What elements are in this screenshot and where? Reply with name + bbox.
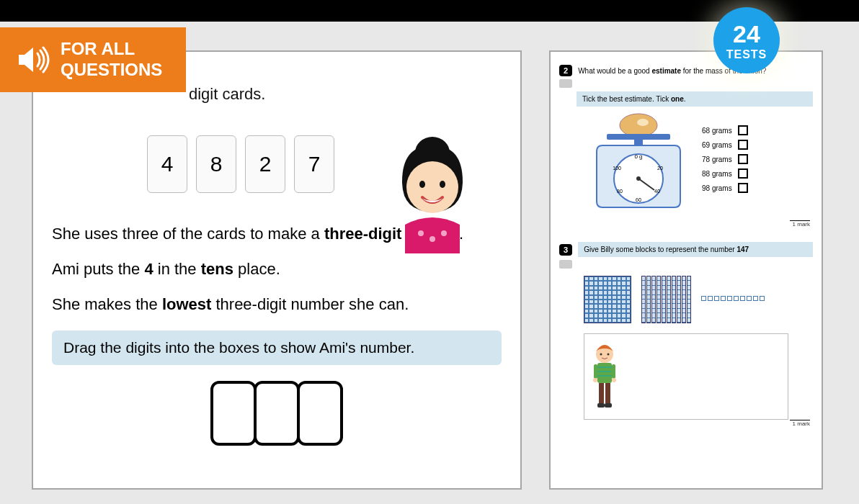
kitchen-scale-icon: 0 g 100 20 80 40 60 [588, 112, 689, 220]
tests-badge: 24 TESTS [713, 7, 780, 73]
svg-rect-31 [599, 383, 604, 403]
qline-2: Ami puts the 4 in the tens place. [52, 257, 502, 281]
q2-body: 0 g 100 20 80 40 60 68 grams 69 grams 78… [588, 112, 813, 220]
svg-text:20: 20 [657, 166, 663, 171]
opt-88-checkbox[interactable] [738, 168, 748, 179]
badge-label: TESTS [726, 48, 767, 61]
speaker-icon [14, 42, 50, 78]
opt-78: 78 grams [702, 154, 748, 164]
svg-rect-34 [605, 403, 612, 408]
qline-3: She makes the lowest three-digit number … [52, 292, 502, 316]
q3-audio-icon[interactable] [559, 260, 572, 269]
q2-number: 2 [559, 65, 572, 76]
hundred-block[interactable] [584, 276, 631, 323]
q2-mark: 1 mark [790, 220, 810, 228]
svg-point-1 [406, 161, 458, 213]
q2-audio-icon[interactable] [559, 79, 572, 88]
question-panel-thumbnails: 2 What would be a good estimate for the … [549, 50, 823, 490]
svg-rect-32 [605, 383, 610, 403]
q2-instruction-bar: Tick the best estimate. Tick one. [577, 91, 813, 107]
svg-point-22 [607, 354, 610, 356]
svg-text:0 g: 0 g [634, 153, 642, 160]
opt-69: 69 grams [702, 140, 748, 150]
ones-block-group[interactable] [701, 296, 765, 301]
drop-box-group [210, 381, 343, 446]
boy-avatar [590, 341, 619, 413]
mini-question-3: 3 Give Billy some blocks to represent th… [559, 242, 813, 427]
intro-text: digit cards. [189, 85, 502, 104]
svg-point-29 [593, 378, 597, 382]
digit-card-8[interactable]: 8 [196, 135, 236, 193]
svg-text:80: 80 [617, 189, 623, 194]
svg-text:60: 60 [636, 197, 641, 202]
opt-68: 68 grams [702, 125, 748, 135]
mini-q3-header: 3 Give Billy some blocks to represent th… [559, 242, 813, 257]
opt-78-checkbox[interactable] [738, 154, 748, 164]
q3-number: 3 [559, 244, 572, 256]
drop-box-tens[interactable] [254, 381, 300, 446]
svg-rect-33 [597, 403, 605, 408]
svg-point-6 [441, 230, 447, 236]
badge-number: 24 [733, 20, 760, 48]
opt-68-checkbox[interactable] [738, 125, 748, 135]
svg-point-2 [419, 181, 425, 188]
opt-88: 88 grams [702, 168, 748, 179]
digit-card-7[interactable]: 7 [294, 135, 334, 193]
svg-rect-9 [607, 134, 670, 140]
svg-rect-27 [594, 364, 597, 379]
audio-for-all-tab[interactable]: FOR ALL QUESTIONS [0, 27, 186, 92]
svg-point-4 [418, 230, 424, 236]
svg-point-21 [600, 354, 602, 356]
svg-text:100: 100 [613, 166, 621, 171]
audio-tab-line1: FOR ALL [61, 39, 162, 60]
girl-avatar [389, 131, 476, 253]
svg-rect-23 [597, 363, 612, 383]
svg-text:40: 40 [654, 189, 660, 194]
svg-rect-28 [612, 364, 615, 379]
mini-q2-header: 2 What would be a good estimate for the … [559, 65, 813, 76]
opt-69-checkbox[interactable] [738, 140, 748, 150]
digit-card-2[interactable]: 2 [245, 135, 285, 193]
q3-mark: 1 mark [790, 420, 810, 427]
svg-point-7 [620, 114, 657, 137]
audio-tab-line2: QUESTIONS [61, 60, 162, 81]
svg-point-8 [637, 119, 649, 126]
drop-box-hundreds[interactable] [210, 381, 257, 446]
svg-rect-10 [634, 140, 643, 145]
svg-point-5 [430, 236, 435, 242]
digit-card-4[interactable]: 4 [147, 135, 187, 193]
opt-98-checkbox[interactable] [738, 183, 748, 193]
mini-question-2: 2 What would be a good estimate for the … [559, 65, 813, 228]
audio-tab-label: FOR ALL QUESTIONS [61, 39, 162, 81]
svg-point-3 [440, 181, 445, 188]
instruction-bar: Drag the digits into the boxes to show A… [52, 330, 502, 365]
svg-point-30 [612, 378, 616, 382]
q2-options: 68 grams 69 grams 78 grams 88 grams 98 g… [702, 125, 748, 220]
q3-instruction-bar: Give Billy some blocks to represent the … [578, 242, 813, 257]
question-panel-main: digit cards. 4 8 2 7 She uses three of t… [32, 50, 522, 490]
billy-dropzone[interactable] [584, 333, 788, 420]
tens-block-group[interactable] [641, 276, 691, 323]
drop-box-ones[interactable] [297, 381, 343, 446]
opt-98: 98 grams [702, 183, 748, 193]
q3-blocks [584, 276, 813, 323]
drop-zone [52, 381, 502, 446]
